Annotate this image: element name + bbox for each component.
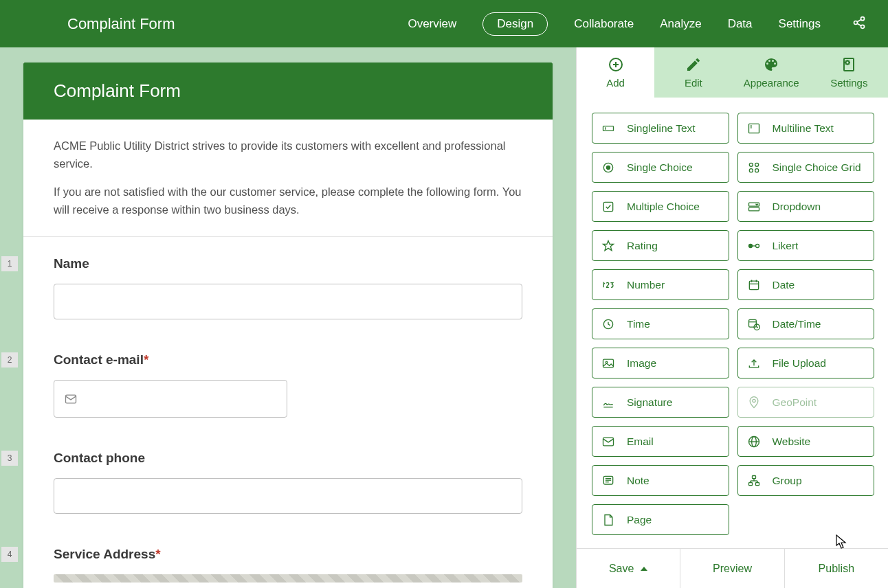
multiple-choice-icon bbox=[601, 199, 616, 214]
field-type-signature[interactable]: Signature bbox=[592, 387, 729, 418]
svg-line-3 bbox=[857, 19, 861, 21]
field-type-date[interactable]: Date bbox=[737, 269, 875, 300]
field-type-website[interactable]: Website bbox=[737, 426, 875, 457]
svg-point-25 bbox=[748, 244, 752, 247]
field-type-rating[interactable]: Rating bbox=[592, 230, 729, 261]
svg-rect-40 bbox=[603, 438, 614, 446]
field-type-single-choice-grid[interactable]: Single Choice Grid bbox=[737, 152, 875, 183]
field-type-datetime[interactable]: Date/Time bbox=[737, 308, 875, 339]
name-input[interactable] bbox=[54, 284, 522, 319]
signature-icon bbox=[601, 395, 616, 410]
canvas-area: Complaint Form ACME Public Utility Distr… bbox=[0, 47, 576, 588]
svg-point-26 bbox=[755, 244, 759, 247]
form-canvas: Complaint Form ACME Public Utility Distr… bbox=[23, 63, 553, 588]
field-label: Contact phone bbox=[54, 451, 522, 466]
field-number-badge: 1 bbox=[1, 256, 18, 271]
field-type-singleline[interactable]: Singleline Text bbox=[592, 113, 729, 144]
field-type-email[interactable]: Email bbox=[592, 426, 729, 457]
dropdown-icon bbox=[746, 199, 762, 214]
field-email[interactable]: 2 Contact e-mail* bbox=[23, 333, 553, 431]
nav-overview[interactable]: Overview bbox=[408, 17, 456, 31]
field-phone[interactable]: 3 Contact phone bbox=[23, 431, 553, 528]
svg-rect-36 bbox=[603, 359, 614, 368]
field-type-label: Multiline Text bbox=[773, 122, 834, 135]
nav-settings[interactable]: Settings bbox=[779, 17, 821, 31]
field-type-label: Group bbox=[773, 475, 802, 487]
geopoint-icon bbox=[746, 395, 762, 410]
svg-point-2 bbox=[861, 25, 865, 28]
field-type-label: Date bbox=[773, 279, 795, 291]
field-type-fileupload[interactable]: File Upload bbox=[737, 348, 875, 378]
field-type-number[interactable]: Number bbox=[592, 269, 729, 300]
field-number-badge: 2 bbox=[1, 352, 18, 368]
tab-edit[interactable]: Edit bbox=[654, 47, 732, 98]
page-icon bbox=[601, 512, 616, 528]
field-number-badge: 4 bbox=[1, 547, 18, 562]
form-desc-p1: ACME Public Utility District strives to … bbox=[54, 137, 522, 172]
share-icon[interactable] bbox=[852, 16, 866, 32]
field-type-image[interactable]: Image bbox=[592, 348, 729, 378]
field-type-group[interactable]: Group bbox=[737, 465, 875, 496]
tab-appearance[interactable]: Appearance bbox=[733, 47, 810, 98]
nav-data[interactable]: Data bbox=[728, 17, 753, 31]
svg-rect-50 bbox=[755, 482, 759, 485]
save-button[interactable]: Save bbox=[577, 549, 680, 588]
field-label: Name bbox=[54, 256, 522, 271]
field-type-multiline[interactable]: Multiline Text bbox=[737, 113, 875, 144]
nav-design[interactable]: Design bbox=[482, 12, 548, 36]
field-type-dropdown[interactable]: Dropdown bbox=[737, 191, 875, 222]
single-choice-grid-icon bbox=[746, 160, 762, 175]
field-type-multiple-choice[interactable]: Multiple Choice bbox=[592, 191, 729, 222]
likert-icon bbox=[746, 238, 762, 253]
svg-point-18 bbox=[755, 163, 758, 166]
nav-analyze[interactable]: Analyze bbox=[660, 17, 701, 31]
topbar: Complaint Form Overview Design Collabora… bbox=[0, 0, 888, 47]
field-type-label: Signature bbox=[627, 396, 672, 409]
field-type-page[interactable]: Page bbox=[592, 504, 729, 535]
svg-marker-24 bbox=[603, 240, 614, 250]
field-type-label: Page bbox=[627, 514, 652, 526]
svg-line-4 bbox=[857, 23, 861, 25]
field-type-label: File Upload bbox=[773, 357, 826, 370]
fileupload-icon bbox=[746, 356, 762, 371]
form-description: ACME Public Utility District strives to … bbox=[23, 120, 553, 237]
nav-collaborate[interactable]: Collaborate bbox=[574, 17, 634, 31]
phone-input[interactable] bbox=[54, 478, 522, 514]
palette-icon bbox=[763, 56, 779, 73]
plus-circle-icon bbox=[608, 56, 624, 73]
field-number-badge: 3 bbox=[1, 451, 18, 466]
publish-button[interactable]: Publish bbox=[785, 549, 888, 588]
note-icon bbox=[601, 473, 616, 488]
preview-button[interactable]: Preview bbox=[680, 549, 784, 588]
gear-page-icon bbox=[841, 56, 857, 73]
field-type-label: Website bbox=[773, 436, 811, 448]
field-type-label: Date/Time bbox=[773, 318, 821, 330]
svg-rect-11 bbox=[603, 126, 614, 131]
svg-point-0 bbox=[861, 16, 865, 20]
email-icon bbox=[601, 434, 616, 449]
field-type-label: Single Choice Grid bbox=[773, 161, 861, 174]
tab-settings[interactable]: Settings bbox=[810, 47, 888, 98]
time-icon bbox=[601, 317, 616, 332]
email-input[interactable] bbox=[54, 380, 287, 418]
field-name[interactable]: 1 Name bbox=[23, 237, 553, 333]
tab-add[interactable]: Add bbox=[577, 47, 654, 98]
svg-point-20 bbox=[755, 168, 758, 172]
field-type-label: Number bbox=[627, 279, 665, 291]
map-preview[interactable] bbox=[54, 574, 522, 583]
field-type-time[interactable]: Time bbox=[592, 308, 729, 339]
singleline-icon bbox=[601, 121, 616, 136]
field-type-single-choice[interactable]: Single Choice bbox=[592, 152, 729, 183]
svg-rect-28 bbox=[749, 281, 758, 290]
bottom-bar: Save Preview Publish bbox=[577, 548, 888, 588]
field-type-note[interactable]: Note bbox=[592, 465, 729, 496]
multiline-icon bbox=[746, 121, 762, 136]
field-service-address[interactable]: 4 Service Address* bbox=[23, 528, 553, 588]
field-type-label: Single Choice bbox=[627, 161, 693, 174]
svg-rect-49 bbox=[748, 482, 752, 485]
svg-rect-5 bbox=[66, 395, 76, 403]
field-type-likert[interactable]: Likert bbox=[737, 230, 875, 261]
sidebar-tabs: Add Edit Appearance Settings bbox=[577, 47, 888, 98]
pencil-icon bbox=[685, 56, 702, 73]
svg-rect-21 bbox=[603, 202, 612, 211]
